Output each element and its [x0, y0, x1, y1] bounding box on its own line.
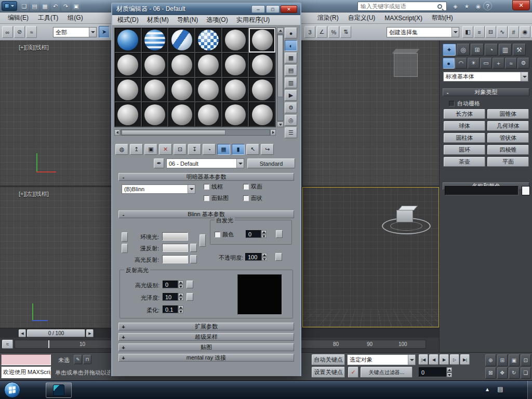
maximize-viewport-icon[interactable]: ❏ [521, 367, 531, 379]
material-slot-22[interactable] [195, 102, 222, 127]
subcat-helpers[interactable]: + [493, 58, 504, 69]
play-icon[interactable]: ▶ [440, 354, 449, 365]
mat-editor-menu-1[interactable]: 模式(D) [113, 15, 143, 25]
tray-up-arrow-icon[interactable]: ▴ [483, 384, 491, 394]
rollout-贴图[interactable]: +贴图 [118, 343, 294, 351]
snap-toggle-3d-icon[interactable]: 3 [304, 26, 315, 38]
material-slot-12[interactable] [249, 53, 275, 77]
material-slot-16[interactable] [195, 78, 222, 102]
subcat-space-warps[interactable]: ≈ [505, 58, 517, 69]
soften-input[interactable]: 0.1 [163, 305, 178, 313]
material-slot-24[interactable] [249, 102, 275, 127]
scroll-up-icon[interactable] [277, 28, 284, 33]
viewport-perspective[interactable] [302, 187, 439, 327]
favorites-icon[interactable]: ★ [462, 2, 471, 11]
object-type-button-圆锥体[interactable]: 圆锥体 [487, 109, 529, 119]
shader-dropdown[interactable]: (B)Blinn [122, 184, 195, 194]
material-slot-13[interactable] [115, 78, 141, 102]
pick-material-from-object-icon[interactable]: ✒ [154, 158, 164, 168]
next-frame-nudge[interactable]: ▶ [86, 329, 94, 337]
material-slot-8[interactable] [142, 53, 168, 77]
material-slot-6[interactable] [249, 28, 275, 52]
material-editor-window[interactable]: 材质编辑器 - 06 - Default –□✕ 模式(D)材质(M)导航(N)… [111, 3, 301, 376]
material-slot-5[interactable] [222, 28, 249, 52]
curve-editor-icon[interactable]: ∿ [497, 26, 508, 38]
set-key-mode-icon[interactable]: ✓ [348, 367, 358, 378]
diffuse-specular-lock-button[interactable] [122, 244, 128, 253]
checkbox-面状[interactable]: 面状 [243, 194, 293, 202]
subcat-systems[interactable]: ⚙ [517, 58, 529, 69]
go-to-start-icon[interactable]: |◀ [419, 354, 428, 365]
percent-snap-icon[interactable]: % [328, 26, 339, 38]
assign-material-to-selection-icon[interactable]: ▣ [144, 144, 157, 155]
tab-modify[interactable]: ◎ [457, 44, 470, 56]
subcat-shapes[interactable]: ◠ [455, 58, 467, 69]
mat-editor-menu-5[interactable]: 实用程序(U) [232, 15, 274, 25]
object-name-input[interactable] [445, 186, 518, 195]
material-slot-7[interactable] [115, 53, 141, 77]
search-icon[interactable] [437, 4, 442, 9]
new-scene-icon[interactable]: ❏ [20, 2, 29, 11]
vertical-scroll-thumb[interactable] [277, 35, 283, 97]
tab-hierarchy[interactable]: ⊞ [471, 44, 484, 56]
mat-editor-menu-4[interactable]: 选项(O) [202, 15, 232, 25]
viewcube[interactable] [394, 53, 418, 77]
selection-filter-dropdown[interactable]: 全部 [53, 27, 97, 37]
diffuse-map-button[interactable] [190, 244, 197, 252]
object-color-swatch[interactable] [522, 186, 530, 195]
edit-icon[interactable]: ✎ [74, 355, 82, 364]
maximize-button[interactable]: □ [266, 5, 280, 13]
mirror-icon[interactable]: ◧ [462, 26, 473, 38]
make-preview-icon[interactable]: ▶ [285, 90, 297, 101]
primitive-category-dropdown[interactable]: 标准基本体 [443, 72, 528, 82]
menubar-item-2[interactable]: 工具(T) [33, 12, 63, 23]
select-and-link-icon[interactable]: ∞ [2, 26, 13, 38]
project-folder-icon[interactable]: ▣ [72, 2, 81, 11]
opacity-map-button[interactable] [275, 253, 282, 261]
backlight-icon[interactable]: ◐ [285, 40, 297, 51]
video-color-check-icon[interactable]: ▥ [285, 77, 297, 88]
close-button[interactable]: ✕ [281, 5, 297, 13]
viewport-top-label[interactable]: [+][顶][线框] [19, 44, 49, 51]
go-to-parent-icon[interactable]: ↖ [246, 144, 259, 155]
self-illum-map-button[interactable] [276, 230, 283, 238]
soften-spinner[interactable] [178, 305, 183, 313]
autogrid-checkbox[interactable]: 自动栅格 [449, 100, 480, 108]
pan-icon[interactable]: ✥ [497, 367, 508, 379]
diffuse-color-swatch[interactable] [162, 244, 188, 252]
set-key-button[interactable]: 设置关键点 [312, 367, 345, 378]
macro-recorder-field[interactable] [1, 354, 51, 365]
material-slot-14[interactable] [142, 78, 168, 102]
bind-to-space-warp-icon[interactable]: ≈ [26, 26, 37, 38]
viewport-upper-right[interactable] [302, 41, 439, 185]
reset-map-icon[interactable]: ✕ [159, 144, 172, 155]
scroll-left-icon[interactable] [114, 129, 120, 136]
material-slot-1[interactable] [115, 28, 141, 52]
self-illum-color-checkbox[interactable]: 颜色 [215, 231, 234, 238]
subcat-geometry[interactable]: ● [443, 58, 455, 69]
previous-frame-icon[interactable]: ◀ [429, 354, 438, 365]
glossiness-spinner[interactable] [178, 293, 183, 301]
window-close-button[interactable]: ✕ [512, 0, 530, 10]
material-id-channel-icon[interactable]: ◔ [203, 144, 216, 155]
get-material-icon[interactable]: ◍ [115, 144, 128, 155]
zoom-region-icon[interactable]: ⊠ [485, 367, 496, 379]
sample-type-icon[interactable]: ● [285, 28, 297, 38]
schematic-view-icon[interactable]: # [508, 26, 519, 38]
material-slot-4[interactable] [195, 28, 222, 52]
communication-center-icon[interactable]: ◈ [451, 2, 460, 11]
color-lock-button[interactable] [200, 234, 206, 247]
specular-level-map-button[interactable] [187, 281, 193, 288]
zoom-icon[interactable]: ⊕ [485, 354, 496, 366]
select-object-icon[interactable]: ➤ [99, 26, 110, 38]
material-map-navigator-icon[interactable]: ☰ [285, 127, 297, 138]
material-name-dropdown[interactable]: 06 - Default [166, 158, 244, 168]
subcat-cameras[interactable]: ▭ [480, 58, 492, 69]
material-slot-20[interactable] [142, 102, 168, 127]
rollout-扩展参数[interactable]: +扩展参数 [118, 323, 294, 330]
zoom-all-icon[interactable]: ⊞ [497, 354, 508, 366]
named-selection-sets-dropdown[interactable]: 创建选择集 [387, 27, 459, 37]
mat-editor-menu-3[interactable]: 导航(N) [173, 15, 203, 25]
material-slot-17[interactable] [222, 78, 249, 102]
viewport-left-label[interactable]: [+][左][线框] [19, 190, 49, 198]
